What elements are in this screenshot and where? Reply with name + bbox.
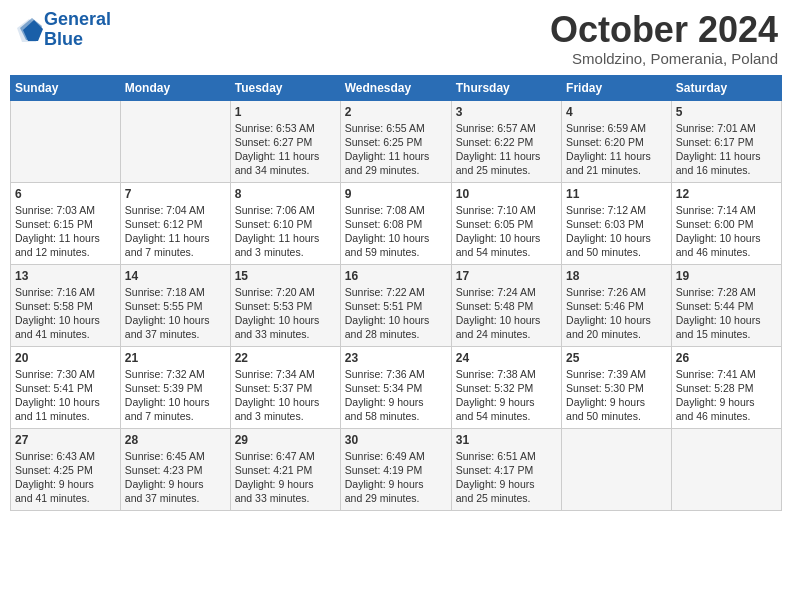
day-info: Sunrise: 6:51 AMSunset: 4:17 PMDaylight:… xyxy=(456,449,557,506)
day-info: Sunrise: 7:32 AMSunset: 5:39 PMDaylight:… xyxy=(125,367,226,424)
calendar-week-row: 6Sunrise: 7:03 AMSunset: 6:15 PMDaylight… xyxy=(11,182,782,264)
day-number: 11 xyxy=(566,187,667,201)
month-title: October 2024 xyxy=(550,10,778,50)
calendar-cell: 13Sunrise: 7:16 AMSunset: 5:58 PMDayligh… xyxy=(11,264,121,346)
calendar-week-row: 27Sunrise: 6:43 AMSunset: 4:25 PMDayligh… xyxy=(11,428,782,510)
day-header: Friday xyxy=(562,75,672,100)
calendar-cell: 2Sunrise: 6:55 AMSunset: 6:25 PMDaylight… xyxy=(340,100,451,182)
calendar-cell: 8Sunrise: 7:06 AMSunset: 6:10 PMDaylight… xyxy=(230,182,340,264)
calendar-cell: 25Sunrise: 7:39 AMSunset: 5:30 PMDayligh… xyxy=(562,346,672,428)
calendar-week-row: 13Sunrise: 7:16 AMSunset: 5:58 PMDayligh… xyxy=(11,264,782,346)
day-number: 10 xyxy=(456,187,557,201)
title-block: October 2024 Smoldzino, Pomerania, Polan… xyxy=(550,10,778,67)
day-header: Thursday xyxy=(451,75,561,100)
day-number: 28 xyxy=(125,433,226,447)
day-info: Sunrise: 7:39 AMSunset: 5:30 PMDaylight:… xyxy=(566,367,667,424)
day-number: 7 xyxy=(125,187,226,201)
calendar-cell: 30Sunrise: 6:49 AMSunset: 4:19 PMDayligh… xyxy=(340,428,451,510)
calendar-cell: 9Sunrise: 7:08 AMSunset: 6:08 PMDaylight… xyxy=(340,182,451,264)
logo-line1: General xyxy=(44,9,111,29)
day-info: Sunrise: 7:22 AMSunset: 5:51 PMDaylight:… xyxy=(345,285,447,342)
day-number: 24 xyxy=(456,351,557,365)
calendar-week-row: 1Sunrise: 6:53 AMSunset: 6:27 PMDaylight… xyxy=(11,100,782,182)
day-info: Sunrise: 7:01 AMSunset: 6:17 PMDaylight:… xyxy=(676,121,777,178)
day-number: 6 xyxy=(15,187,116,201)
calendar-week-row: 20Sunrise: 7:30 AMSunset: 5:41 PMDayligh… xyxy=(11,346,782,428)
day-header: Monday xyxy=(120,75,230,100)
day-number: 18 xyxy=(566,269,667,283)
calendar-cell: 7Sunrise: 7:04 AMSunset: 6:12 PMDaylight… xyxy=(120,182,230,264)
day-number: 2 xyxy=(345,105,447,119)
day-info: Sunrise: 6:43 AMSunset: 4:25 PMDaylight:… xyxy=(15,449,116,506)
day-number: 27 xyxy=(15,433,116,447)
day-info: Sunrise: 7:30 AMSunset: 5:41 PMDaylight:… xyxy=(15,367,116,424)
calendar-cell: 23Sunrise: 7:36 AMSunset: 5:34 PMDayligh… xyxy=(340,346,451,428)
calendar-cell: 31Sunrise: 6:51 AMSunset: 4:17 PMDayligh… xyxy=(451,428,561,510)
day-number: 25 xyxy=(566,351,667,365)
day-number: 23 xyxy=(345,351,447,365)
day-header: Wednesday xyxy=(340,75,451,100)
day-info: Sunrise: 7:41 AMSunset: 5:28 PMDaylight:… xyxy=(676,367,777,424)
calendar-cell: 4Sunrise: 6:59 AMSunset: 6:20 PMDaylight… xyxy=(562,100,672,182)
day-number: 1 xyxy=(235,105,336,119)
day-info: Sunrise: 7:10 AMSunset: 6:05 PMDaylight:… xyxy=(456,203,557,260)
day-info: Sunrise: 7:34 AMSunset: 5:37 PMDaylight:… xyxy=(235,367,336,424)
day-info: Sunrise: 6:55 AMSunset: 6:25 PMDaylight:… xyxy=(345,121,447,178)
day-number: 9 xyxy=(345,187,447,201)
day-info: Sunrise: 7:24 AMSunset: 5:48 PMDaylight:… xyxy=(456,285,557,342)
day-info: Sunrise: 7:04 AMSunset: 6:12 PMDaylight:… xyxy=(125,203,226,260)
day-info: Sunrise: 7:38 AMSunset: 5:32 PMDaylight:… xyxy=(456,367,557,424)
day-number: 31 xyxy=(456,433,557,447)
day-number: 16 xyxy=(345,269,447,283)
day-number: 26 xyxy=(676,351,777,365)
day-number: 29 xyxy=(235,433,336,447)
day-info: Sunrise: 7:36 AMSunset: 5:34 PMDaylight:… xyxy=(345,367,447,424)
day-number: 30 xyxy=(345,433,447,447)
calendar-cell: 19Sunrise: 7:28 AMSunset: 5:44 PMDayligh… xyxy=(671,264,781,346)
day-number: 19 xyxy=(676,269,777,283)
calendar-cell: 1Sunrise: 6:53 AMSunset: 6:27 PMDaylight… xyxy=(230,100,340,182)
calendar-cell: 29Sunrise: 6:47 AMSunset: 4:21 PMDayligh… xyxy=(230,428,340,510)
calendar-cell: 26Sunrise: 7:41 AMSunset: 5:28 PMDayligh… xyxy=(671,346,781,428)
calendar-cell: 6Sunrise: 7:03 AMSunset: 6:15 PMDaylight… xyxy=(11,182,121,264)
calendar-cell: 3Sunrise: 6:57 AMSunset: 6:22 PMDaylight… xyxy=(451,100,561,182)
day-number: 3 xyxy=(456,105,557,119)
day-info: Sunrise: 7:18 AMSunset: 5:55 PMDaylight:… xyxy=(125,285,226,342)
day-header: Tuesday xyxy=(230,75,340,100)
calendar-cell: 10Sunrise: 7:10 AMSunset: 6:05 PMDayligh… xyxy=(451,182,561,264)
calendar-cell: 15Sunrise: 7:20 AMSunset: 5:53 PMDayligh… xyxy=(230,264,340,346)
calendar-cell: 27Sunrise: 6:43 AMSunset: 4:25 PMDayligh… xyxy=(11,428,121,510)
logo-line2: Blue xyxy=(44,29,83,49)
calendar-body: 1Sunrise: 6:53 AMSunset: 6:27 PMDaylight… xyxy=(11,100,782,510)
calendar-cell: 17Sunrise: 7:24 AMSunset: 5:48 PMDayligh… xyxy=(451,264,561,346)
day-number: 12 xyxy=(676,187,777,201)
calendar-cell: 28Sunrise: 6:45 AMSunset: 4:23 PMDayligh… xyxy=(120,428,230,510)
day-number: 14 xyxy=(125,269,226,283)
calendar-cell xyxy=(11,100,121,182)
calendar-cell: 18Sunrise: 7:26 AMSunset: 5:46 PMDayligh… xyxy=(562,264,672,346)
day-number: 15 xyxy=(235,269,336,283)
day-info: Sunrise: 6:53 AMSunset: 6:27 PMDaylight:… xyxy=(235,121,336,178)
day-info: Sunrise: 7:14 AMSunset: 6:00 PMDaylight:… xyxy=(676,203,777,260)
day-info: Sunrise: 7:28 AMSunset: 5:44 PMDaylight:… xyxy=(676,285,777,342)
day-info: Sunrise: 6:49 AMSunset: 4:19 PMDaylight:… xyxy=(345,449,447,506)
calendar-cell: 22Sunrise: 7:34 AMSunset: 5:37 PMDayligh… xyxy=(230,346,340,428)
day-info: Sunrise: 7:08 AMSunset: 6:08 PMDaylight:… xyxy=(345,203,447,260)
day-number: 5 xyxy=(676,105,777,119)
logo: General Blue xyxy=(14,10,111,50)
day-info: Sunrise: 7:26 AMSunset: 5:46 PMDaylight:… xyxy=(566,285,667,342)
day-info: Sunrise: 7:12 AMSunset: 6:03 PMDaylight:… xyxy=(566,203,667,260)
day-number: 8 xyxy=(235,187,336,201)
day-info: Sunrise: 6:45 AMSunset: 4:23 PMDaylight:… xyxy=(125,449,226,506)
day-number: 21 xyxy=(125,351,226,365)
day-info: Sunrise: 7:03 AMSunset: 6:15 PMDaylight:… xyxy=(15,203,116,260)
day-info: Sunrise: 7:20 AMSunset: 5:53 PMDaylight:… xyxy=(235,285,336,342)
day-info: Sunrise: 6:47 AMSunset: 4:21 PMDaylight:… xyxy=(235,449,336,506)
logo-icon xyxy=(14,16,42,44)
logo-text: General Blue xyxy=(44,10,111,50)
calendar-cell: 16Sunrise: 7:22 AMSunset: 5:51 PMDayligh… xyxy=(340,264,451,346)
calendar-cell: 5Sunrise: 7:01 AMSunset: 6:17 PMDaylight… xyxy=(671,100,781,182)
calendar-cell: 21Sunrise: 7:32 AMSunset: 5:39 PMDayligh… xyxy=(120,346,230,428)
day-number: 4 xyxy=(566,105,667,119)
day-header: Sunday xyxy=(11,75,121,100)
